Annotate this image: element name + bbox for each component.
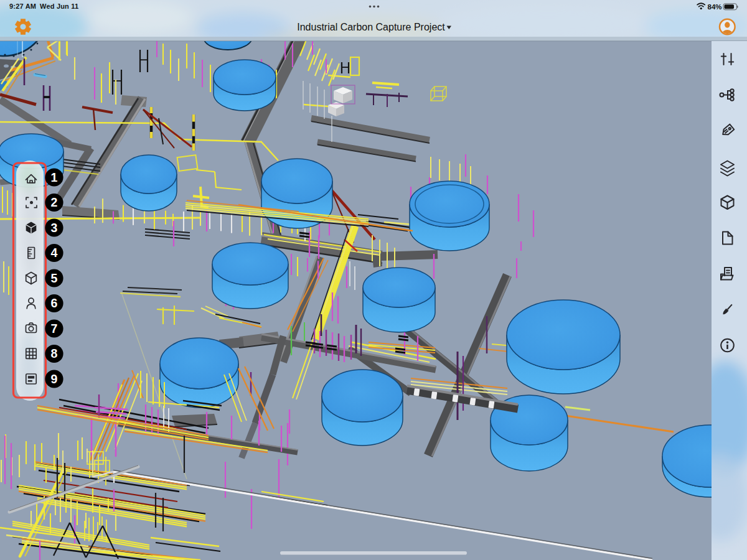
svg-text:3: 3	[51, 221, 58, 235]
svg-text:84%: 84%	[708, 3, 722, 11]
svg-text:9:27 AM: 9:27 AM	[9, 2, 36, 10]
svg-text:Industrial Carbon Capture Proj: Industrial Carbon Capture Project	[297, 22, 445, 32]
svg-text:4: 4	[51, 246, 58, 259]
svg-text:9: 9	[51, 372, 58, 386]
svg-text:7: 7	[51, 322, 58, 335]
svg-text:2: 2	[51, 195, 58, 209]
svg-text:Wed Jun 11: Wed Jun 11	[40, 2, 78, 10]
svg-text:5: 5	[51, 271, 58, 285]
svg-text:6: 6	[51, 296, 58, 310]
svg-text:1: 1	[51, 170, 58, 184]
svg-text:8: 8	[51, 347, 58, 360]
